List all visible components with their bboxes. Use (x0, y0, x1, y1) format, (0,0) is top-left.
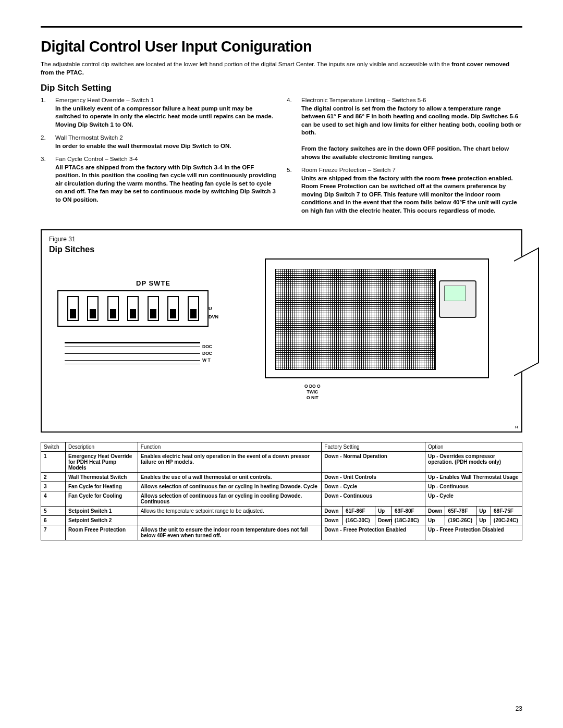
item-5-num: 5. (287, 166, 301, 215)
cell-desc: Room Freee Protection (66, 525, 138, 540)
dip-switch-box (57, 290, 209, 327)
cell-sw: 3 (41, 482, 66, 491)
cell-desc: Fan Cycle for Cooling (66, 491, 138, 507)
table-row: 6 Setpoint Switch 2 Down (16C-30C) Down … (41, 516, 522, 525)
dip-switch-diagram: DP SWTE U DVN DOC DOC W T (49, 258, 258, 425)
cell-func (138, 516, 322, 525)
cell-fs-d: (18C-28C) (391, 516, 425, 525)
page-title: Digital Control User Input Coniguration (41, 38, 522, 55)
item-4-num: 4. (287, 96, 301, 161)
switch-2-icon (87, 296, 99, 321)
ptac-grille-icon (275, 269, 436, 370)
figure-31: Figure 31 Dip Sitches DP SWTE U DVN (41, 229, 522, 433)
cell-func: Allows the unit to ensure the indoor roo… (138, 525, 322, 540)
switch-4-icon (127, 296, 139, 321)
dip-switch-table: Switch Description Function Factory Sett… (41, 442, 522, 540)
intro-plain: The adjustable control dip switches are … (41, 61, 451, 67)
cell-opt: Up - Cycle (425, 491, 522, 507)
th-switch: Switch (41, 442, 66, 452)
ptac-unit-drawing: O DO O TWIC O NIT (263, 258, 514, 425)
table-row: 2 Wall Thermostat Switch Enables the use… (41, 473, 522, 482)
item-2: 2. Wall Thermostat Switch 2 In order to … (41, 134, 276, 150)
item-5-title: Room Freeze Protection – Switch 7 (301, 166, 522, 175)
item-4-text: The digital control is set from the fact… (301, 105, 522, 137)
cell-opt: Up - Freee Protection Disabled (425, 525, 522, 540)
table-row: 3 Fan Cycle for Heating Allows selection… (41, 482, 522, 491)
cell-fs: Down - Normal Operation (322, 452, 425, 473)
switch-3-icon (107, 296, 119, 321)
unit-note-l2: TWIC (304, 389, 321, 395)
cell-fs-c: Down (375, 516, 391, 525)
item-2-title: Wall Thermostat Switch 2 (55, 134, 276, 142)
dip-switch-setting-heading: Dip Sitch Setting (41, 83, 522, 93)
cell-fs: Down - Continuous (322, 491, 425, 507)
lead-3: DOC (202, 350, 212, 357)
cell-opt-d: (20C-24C) (491, 516, 522, 525)
th-factory-setting: Factory Setting (322, 442, 425, 452)
figure-rev: R (515, 425, 518, 429)
cell-sw: 6 (41, 516, 66, 525)
cell-sw: 5 (41, 507, 66, 516)
item-1-text: In the unlikely event of a compressor fa… (55, 105, 276, 129)
cell-func: Allows the temperature setpoint range to… (138, 507, 322, 516)
item-2-text: In order to enable the wall thermostat m… (55, 142, 276, 151)
switch-5-icon (148, 296, 159, 321)
switch-1-icon (67, 296, 79, 321)
ptac-frame-icon (265, 258, 489, 378)
cell-func: Allows selection of continuous fan or cy… (138, 482, 322, 491)
item-1: 1. Emergency Heat Override – Switch 1 In… (41, 96, 276, 129)
unit-note: O DO O TWIC O NIT (304, 384, 321, 401)
cell-sw: 1 (41, 452, 66, 473)
unit-note-l3: O NIT (304, 395, 321, 401)
item-2-num: 2. (41, 134, 55, 150)
cell-desc: Fan Cycle for Heating (66, 482, 138, 491)
cell-func: Enables electric heat only operation in … (138, 452, 322, 473)
dip-diagram-title: DP SWTE (49, 279, 258, 287)
control-panel-icon (439, 280, 476, 318)
top-rule (41, 26, 522, 28)
item-5-text: Units are shipped from the factory with … (301, 175, 522, 215)
up-down-labels: U DVN (209, 304, 218, 321)
th-description: Description (66, 442, 138, 452)
cell-opt-c: Up (476, 507, 491, 516)
cell-func: Enables the use of a wall thermostat or … (138, 473, 322, 482)
cell-fs: Down - Unit Controls (322, 473, 425, 482)
item-1-title: Emergency Heat Override – Switch 1 (55, 96, 276, 105)
item-1-num: 1. (41, 96, 55, 129)
right-column: 4. Electronic Temperature Limiting – Swi… (287, 96, 522, 220)
item-3-text: All PTACs are shipped from the factory w… (55, 164, 276, 204)
switch-7-icon (188, 296, 199, 321)
table-row: 1 Emergency Heat Override for PDH Heat P… (41, 452, 522, 473)
th-function: Function (138, 442, 322, 452)
table-header-row: Switch Description Function Factory Sett… (41, 442, 522, 452)
cell-sw: 7 (41, 525, 66, 540)
lead-2: W T (202, 357, 211, 364)
item-3-num: 3. (41, 155, 55, 204)
label-down: DVN (209, 313, 218, 321)
left-column: 1. Emergency Heat Override – Switch 1 In… (41, 96, 276, 220)
cell-opt-b: (19C-26C) (445, 516, 476, 525)
item-5: 5. Room Freeze Protection – Switch 7 Uni… (287, 166, 522, 215)
cell-fs: Down - Freee Protection Enabled (322, 525, 425, 540)
label-up: U (209, 304, 218, 313)
cell-fs-b: (16C-30C) (342, 516, 375, 525)
cell-opt-d: 68F-75F (491, 507, 522, 516)
cell-fs-b: 61F-86F (342, 507, 375, 516)
intro-paragraph: The adjustable control dip switches are … (41, 60, 522, 77)
cell-func: Allows selection of continuous fan or cy… (138, 491, 322, 507)
cell-sw: 4 (41, 491, 66, 507)
lead-4: DOC (202, 343, 212, 350)
cell-fs-a: Down (322, 507, 343, 516)
item-3-title: Fan Cycle Control – Switch 3-4 (55, 155, 276, 164)
cell-opt-a: Up (425, 516, 445, 525)
cell-sw: 2 (41, 473, 66, 482)
cell-opt-b: 65F-78F (445, 507, 476, 516)
item-4: 4. Electronic Temperature Limiting – Swi… (287, 96, 522, 161)
th-option: Option (425, 442, 522, 452)
item-3: 3. Fan Cycle Control – Switch 3-4 All PT… (41, 155, 276, 204)
table-row: 4 Fan Cycle for Cooling Allows selection… (41, 491, 522, 507)
table-row: 7 Room Freee Protection Allows the unit … (41, 525, 522, 540)
page-number: 23 (516, 705, 522, 712)
cell-opt: Up - Enables Wall Thermostat Usage (425, 473, 522, 482)
cell-opt: Up - Continuous (425, 482, 522, 491)
